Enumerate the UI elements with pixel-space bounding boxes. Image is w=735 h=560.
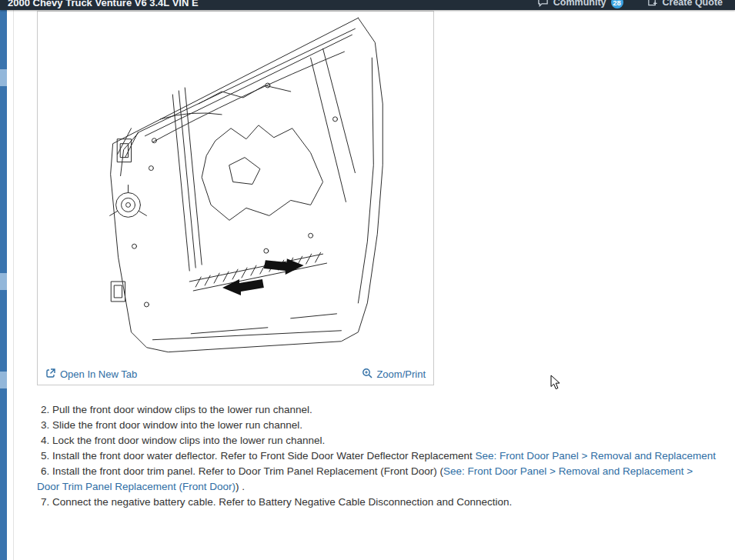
top-header-bar: 2000 Chevy Truck Venture V6 3.4L VIN E C… [0, 0, 735, 10]
sidebar-tab[interactable] [0, 372, 7, 388]
instruction-steps: 2. Pull the front door window clips to t… [37, 402, 717, 510]
step-2: 2. Pull the front door window clips to t… [37, 402, 717, 418]
zoom-icon [362, 368, 373, 381]
step-3: 3. Slide the front door window into the … [37, 418, 717, 433]
quote-plus-icon [646, 0, 658, 9]
create-quote-button[interactable]: Create Quote [646, 0, 723, 9]
door-diagram-svg [38, 12, 433, 363]
diagram-toolbar: Open In New Tab Zoom/Print [38, 363, 433, 385]
diagram-panel: Open In New Tab Zoom/Print [37, 11, 434, 385]
vehicle-title: 2000 Chevy Truck Venture V6 3.4L VIN E [8, 0, 199, 8]
left-sidebar-strip[interactable] [0, 10, 7, 560]
sidebar-tab[interactable] [0, 273, 7, 290]
zoom-print-link[interactable]: Zoom/Print [362, 368, 426, 381]
community-button[interactable]: Community 28 [537, 0, 623, 9]
step-3-text: 3. Slide the front door window into the … [41, 419, 302, 431]
open-in-new-tab-link[interactable]: Open In New Tab [45, 368, 137, 381]
open-in-new-icon [45, 368, 56, 381]
zoom-print-label: Zoom/Print [376, 368, 426, 380]
create-quote-label: Create Quote [663, 0, 723, 8]
app-window: 2000 Chevy Truck Venture V6 3.4L VIN E C… [0, 0, 735, 560]
chat-bubble-icon [537, 0, 549, 9]
step-6-text: 6. Install the front door trim panel. Re… [41, 465, 443, 477]
main-content: Open In New Tab Zoom/Print 2. Pull the f… [13, 10, 735, 560]
step-7-text: 7. Connect the negative battery cable. R… [41, 496, 512, 508]
step-5-text: 5. Install the front door water deflecto… [41, 450, 476, 462]
left-arrow-marker [222, 279, 264, 295]
step-6: 6. Install the front door trim panel. Re… [37, 464, 717, 495]
community-count-badge: 28 [611, 0, 623, 8]
step-2-text: 2. Pull the front door window clips to t… [41, 404, 312, 415]
step-6-suffix: ) . [236, 481, 245, 492]
step-4: 4. Lock the front door window clips into… [37, 433, 717, 448]
step-7: 7. Connect the negative battery cable. R… [37, 495, 717, 510]
step-4-text: 4. Lock the front door window clips into… [41, 435, 325, 446]
door-diagram [38, 12, 433, 363]
step-5: 5. Install the front door water deflecto… [37, 448, 717, 464]
step-5-reference-link[interactable]: See: Front Door Panel > Removal and Repl… [476, 450, 717, 462]
open-in-new-tab-label: Open In New Tab [60, 368, 137, 380]
community-label: Community [553, 0, 606, 8]
sidebar-tab[interactable] [0, 69, 7, 86]
